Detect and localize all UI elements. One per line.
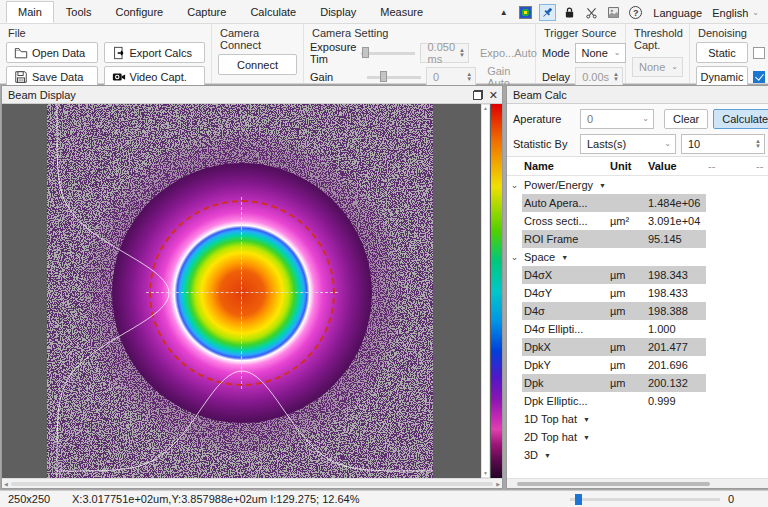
- spinner-arrows-icon[interactable]: ▲▼: [755, 139, 761, 149]
- beam-calc-titlebar[interactable]: Beam Calc ✕: [507, 86, 768, 104]
- gain-spinbox[interactable]: 0 ▲▼: [426, 67, 476, 87]
- static-denoise-checkbox[interactable]: [753, 47, 765, 59]
- calculate-button[interactable]: Calculate: [713, 109, 768, 129]
- denoising-group: Denoising Static 1.00 ▲▼ Dynamic 1.00 ▲▼: [690, 24, 768, 83]
- table-row[interactable]: 3D▼: [507, 446, 768, 464]
- tab-measure[interactable]: Measure: [368, 1, 435, 23]
- table-row[interactable]: ⌄Power/Energy▼: [507, 176, 768, 194]
- delay-spinbox[interactable]: 0.00s ▲▼: [575, 67, 623, 87]
- lock-icon[interactable]: [561, 4, 578, 21]
- row-name: D4σ: [522, 302, 608, 320]
- table-row[interactable]: D4σXµm198.343: [507, 266, 768, 284]
- results-table: Name Unit Value -- -- ⌄Power/Energy▼Auto…: [507, 156, 768, 488]
- exposure-spinbox[interactable]: 0.050 ms ▲▼: [420, 43, 468, 63]
- trigger-mode-select[interactable]: None⌄: [575, 43, 626, 63]
- scroll-down-icon[interactable]: ▼: [483, 470, 488, 477]
- spinner-arrows-icon[interactable]: ▲▼: [613, 72, 619, 82]
- horizontal-scrollbar[interactable]: ◀ ▶: [2, 478, 502, 488]
- scroll-right-icon[interactable]: ▶: [496, 481, 500, 487]
- beam-display-view[interactable]: ▲ ▼: [2, 104, 502, 478]
- table-row[interactable]: D4σµm198.388: [507, 302, 768, 320]
- statistic-by-select[interactable]: Lasts(s)⌄: [580, 134, 676, 154]
- tab-configure[interactable]: Configure: [104, 1, 176, 23]
- table-row[interactable]: ⌄Space▼: [507, 248, 768, 266]
- aperture-select[interactable]: 0⌄: [580, 109, 654, 129]
- table-row[interactable]: Dpkµm200.132: [507, 374, 768, 392]
- table-row[interactable]: D4σ Ellipti...1.000: [507, 320, 768, 338]
- threshold-capture-group: Threshold Capt. None⌄: [626, 24, 690, 83]
- scroll-up-icon[interactable]: ▲: [483, 105, 488, 112]
- dynamic-denoise-checkbox[interactable]: [753, 71, 765, 83]
- float-window-icon[interactable]: [473, 90, 483, 100]
- snapshot-icon[interactable]: [605, 4, 622, 21]
- vertical-scrollbar[interactable]: ▲ ▼: [481, 104, 490, 478]
- open-data-button[interactable]: Open Data: [6, 42, 98, 63]
- tree-expand-icon[interactable]: ⌄: [509, 252, 521, 262]
- table-row[interactable]: Cross secti...µm²3.091e+04: [507, 212, 768, 230]
- scrollbar-thumb[interactable]: [11, 482, 493, 486]
- tab-calculate[interactable]: Calculate: [238, 1, 308, 23]
- table-row[interactable]: D4σYµm198.433: [507, 284, 768, 302]
- scrollbar-thumb[interactable]: [517, 482, 710, 486]
- tab-main[interactable]: Main: [6, 1, 54, 23]
- table-row[interactable]: Dpk Elliptic...0.999: [507, 392, 768, 410]
- chevron-down-icon: ⌄: [636, 114, 649, 123]
- gain-slider[interactable]: [367, 70, 421, 84]
- export-calcs-button[interactable]: Export Calcs: [104, 42, 205, 63]
- scissors-icon[interactable]: [583, 4, 600, 21]
- beam-image[interactable]: [47, 104, 433, 478]
- col-extra-1[interactable]: --: [706, 160, 754, 172]
- section-dropdown-icon[interactable]: ▼: [561, 254, 568, 261]
- spinner-arrows-icon[interactable]: ▲▼: [459, 48, 465, 58]
- table-row[interactable]: ROI Frame95.145: [507, 230, 768, 248]
- close-icon[interactable]: ✕: [489, 90, 498, 100]
- tab-tools[interactable]: Tools: [54, 1, 104, 23]
- connect-button[interactable]: Connect: [218, 54, 297, 75]
- table-row[interactable]: 2D Top hat▼: [507, 428, 768, 446]
- clear-button[interactable]: Clear: [664, 109, 708, 129]
- col-unit[interactable]: Unit: [608, 160, 646, 172]
- scroll-left-icon[interactable]: ◀: [4, 481, 8, 487]
- section-dropdown-icon[interactable]: ▼: [599, 182, 606, 189]
- beam-calc-title: Beam Calc: [513, 89, 567, 101]
- chevron-down-icon: ⌄: [658, 139, 671, 148]
- section-dropdown-icon[interactable]: ▼: [544, 452, 551, 459]
- tab-display[interactable]: Display: [308, 1, 368, 23]
- table-row[interactable]: DpkYµm201.696: [507, 356, 768, 374]
- help-icon[interactable]: ?: [627, 4, 644, 21]
- pin-icon[interactable]: [539, 4, 556, 21]
- section-dropdown-icon[interactable]: ▼: [583, 416, 590, 423]
- video-capture-button[interactable]: Video Capt.: [104, 66, 205, 87]
- static-denoise-button[interactable]: Static: [696, 42, 748, 63]
- row-name: Dpk Elliptic...: [522, 395, 608, 407]
- calc-horizontal-scrollbar[interactable]: [507, 478, 768, 488]
- gain-auto-button[interactable]: Gain Auto: [481, 66, 529, 87]
- row-unit: µm²: [608, 215, 646, 227]
- table-row[interactable]: Auto Apera...1.484e+06: [507, 194, 768, 212]
- table-row[interactable]: DpkXµm201.477: [507, 338, 768, 356]
- save-data-button[interactable]: Save Data: [6, 66, 98, 87]
- collapse-arrow-icon[interactable]: ▲: [495, 4, 512, 21]
- tree-expand-icon[interactable]: ⌄: [509, 180, 521, 190]
- row-name: ROI Frame: [522, 230, 608, 248]
- threshold-select[interactable]: None⌄: [632, 57, 683, 77]
- row-name: Cross secti...: [522, 215, 608, 227]
- table-row[interactable]: 1D Top hat▼: [507, 410, 768, 428]
- col-extra-2[interactable]: --: [754, 160, 768, 172]
- section-dropdown-icon[interactable]: ▼: [583, 434, 590, 441]
- row-unit: µm: [608, 338, 646, 356]
- col-name[interactable]: Name: [522, 160, 608, 172]
- exposure-auto-button[interactable]: Expo...Auto: [474, 42, 543, 63]
- beam-display-titlebar[interactable]: Beam Display ✕: [2, 86, 502, 104]
- col-value[interactable]: Value: [646, 160, 706, 172]
- statistic-count-spinbox[interactable]: 10 ▲▼: [681, 134, 765, 154]
- dynamic-denoise-button[interactable]: Dynamic: [696, 66, 748, 87]
- display-zoom-slider[interactable]: [570, 493, 720, 506]
- spinner-arrows-icon[interactable]: ▲▼: [466, 72, 472, 82]
- language-select[interactable]: English ⌄: [709, 6, 762, 20]
- beam-image-icon[interactable]: [517, 4, 534, 21]
- exposure-slider[interactable]: [361, 46, 415, 60]
- row-value: 201.696: [646, 359, 706, 371]
- row-unit: µm: [608, 266, 646, 284]
- tab-capture[interactable]: Capture: [175, 1, 238, 23]
